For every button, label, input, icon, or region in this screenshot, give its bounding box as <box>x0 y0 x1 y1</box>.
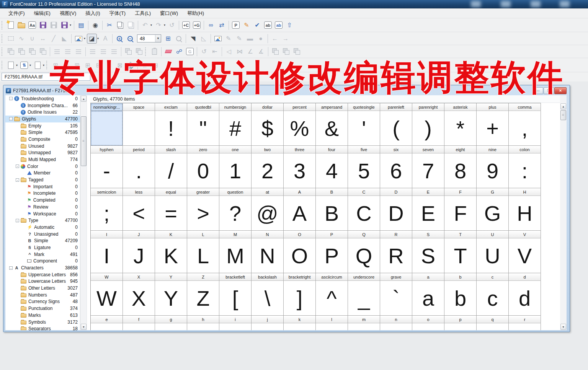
scrollbar-thumb[interactable] <box>81 116 87 166</box>
export-webfont-button[interactable]: ab <box>275 21 283 29</box>
distribute-vertical-button[interactable] <box>134 47 144 57</box>
sort-glyphs-button[interactable]: ⇅ <box>20 62 28 69</box>
align-right-button[interactable] <box>74 47 83 57</box>
sidebar-item-completed[interactable]: ⚑Completed0 <box>5 197 80 204</box>
sidebar-item-composite[interactable]: Composite0 <box>5 136 80 143</box>
character-recognition-button[interactable]: A <box>100 34 110 44</box>
glyph-cell-b[interactable]: BB <box>316 188 348 231</box>
glyph-cell-h[interactable]: hh <box>187 316 219 330</box>
glyph-cell-m[interactable]: MM <box>219 231 252 273</box>
knife-tool-button[interactable]: ╱ <box>49 34 59 44</box>
zoom-fit-button[interactable]: ⊞ <box>163 34 173 44</box>
glyph-cell-comma[interactable]: comma, <box>509 103 541 146</box>
glyph-cell-a[interactable]: aa <box>412 273 444 316</box>
glyph-cell-g[interactable]: GG <box>477 188 509 231</box>
glyph-cell-period[interactable]: period. <box>123 146 155 188</box>
sidebar-item-punctuation[interactable]: Punctuation374 <box>5 305 80 312</box>
glyph-cell-underscore[interactable]: underscore_ <box>348 273 380 316</box>
glyph-cell-z[interactable]: ZZ <box>187 273 219 316</box>
order-bring-to-front-button[interactable] <box>6 47 16 57</box>
title-bar[interactable]: F FontCreator 11.0 Professional Edition … <box>0 0 588 8</box>
glyph-cell-ampersand[interactable]: ampersand& <box>316 103 348 146</box>
glyph-cell-i[interactable]: ii <box>219 316 252 330</box>
sidebar-item-unmapped[interactable]: Unmapped9827 <box>5 150 80 156</box>
sidebar-item-ligature[interactable]: fiLigature0 <box>5 244 80 251</box>
distribute-horizontal-button[interactable] <box>123 47 133 57</box>
sidebar-item-empty[interactable]: Empty105 <box>5 122 80 129</box>
tree-expander-icon[interactable]: - <box>9 97 13 100</box>
glyph-cell-grave[interactable]: grave` <box>380 273 412 316</box>
tree-expander-icon[interactable]: - <box>16 219 19 222</box>
complete-composites-button[interactable]: ∞ <box>206 20 216 30</box>
menu-item-i[interactable]: 插入(I) <box>81 9 105 18</box>
glyph-cell-backslash[interactable]: backslash\ <box>252 273 284 316</box>
glyph-cell-v[interactable]: VV <box>509 231 541 273</box>
glyph-cell-s[interactable]: SS <box>412 231 444 273</box>
glyph-cell-u[interactable]: UU <box>477 231 509 273</box>
glyph-cell-m[interactable]: mm <box>348 316 380 330</box>
glyph-cell-exclam[interactable]: exclam! <box>155 103 187 146</box>
new-glyph-button[interactable] <box>6 60 16 70</box>
sidebar-item-glyphs[interactable]: -Glyphs47700 <box>5 116 80 122</box>
glyph-cell-numbersign[interactable]: numbersign# <box>219 103 252 146</box>
eraser-button[interactable] <box>163 47 173 57</box>
sidebar-item-unassigned[interactable]: ?Unassigned0 <box>5 231 80 238</box>
glyph-cell-quotesingle[interactable]: quotesingle' <box>348 103 380 146</box>
save-font-button[interactable] <box>38 20 48 30</box>
glyph-cell-b[interactable]: bb <box>444 273 477 316</box>
sidebar-item-incomplete[interactable]: ⚑Incomplete0 <box>5 190 80 197</box>
glyph-cell-q[interactable]: qq <box>477 316 509 330</box>
glyph-cell-four[interactable]: four4 <box>316 146 348 188</box>
glyph-cell-nine[interactable]: nine9 <box>477 146 509 188</box>
tree-expander-icon[interactable]: - <box>9 117 13 121</box>
glyph-cell-e[interactable]: ee <box>91 316 123 330</box>
sidebar-item-mark[interactable]: ^Mark491 <box>5 251 80 258</box>
glyph-cell-hyphen[interactable]: hyphen- <box>91 146 123 188</box>
glyph-cell-y[interactable]: YY <box>155 273 187 316</box>
sidebar-item-uppercase-letters[interactable]: Uppercase Letters856 <box>5 271 80 278</box>
draw-rectangle-button[interactable]: ▬ <box>245 34 255 44</box>
glyph-cell-n[interactable]: nn <box>380 316 412 330</box>
undo-button[interactable]: ↶ <box>140 20 150 30</box>
glyph-cell-bracketright[interactable]: bracketright] <box>284 273 316 316</box>
chevron-down-icon[interactable]: ▾ <box>70 23 71 27</box>
menu-item-v[interactable]: 视图(V) <box>55 9 81 18</box>
background-image-options-button[interactable] <box>74 34 83 44</box>
glyph-cell-p[interactable]: PP <box>316 231 348 273</box>
zoom-level-combo[interactable]: 48▼ <box>137 34 161 42</box>
glyph-cell-c[interactable]: cc <box>477 273 509 316</box>
align-top-button[interactable] <box>88 47 98 57</box>
glyph-cell-one[interactable]: one1 <box>219 146 252 188</box>
glyph-cell-equal[interactable]: equal= <box>155 188 187 231</box>
save-font-as-button[interactable] <box>59 20 69 30</box>
glyph-cell-w[interactable]: WW <box>91 273 123 316</box>
tree-expander-icon[interactable]: - <box>9 266 13 270</box>
exclude-contours-button[interactable] <box>292 47 302 57</box>
sidebar-item-color[interactable]: -Color0 <box>5 163 80 170</box>
sidebar-item-incomplete-chara[interactable]: !Incomplete Chara...66 <box>5 102 80 109</box>
glyph-cell-parenright[interactable]: parenright) <box>412 103 444 146</box>
insert-glyphs-button[interactable]: +G <box>193 21 201 29</box>
sidebar-item-symbols[interactable]: Symbols3172 <box>5 319 80 326</box>
scroll-down-button[interactable]: ▼ <box>81 324 87 330</box>
order-send-to-back-button[interactable] <box>38 47 48 57</box>
tree-expander-icon[interactable]: - <box>16 178 19 182</box>
sidebar-item-numbers[interactable]: Numbers487 <box>5 292 80 298</box>
glyph-cell-parenleft[interactable]: parenleft( <box>380 103 412 146</box>
nav-back-button[interactable]: ← <box>270 34 280 44</box>
sidebar-item-unused[interactable]: Unused9827 <box>5 143 80 150</box>
tree-scrollbar[interactable]: ▲ ▼ <box>80 95 87 330</box>
union-contours-button[interactable] <box>270 47 280 57</box>
insert-characters-button[interactable]: +C <box>182 21 190 29</box>
glyph-cell-t[interactable]: TT <box>444 231 477 273</box>
glyph-cell-k[interactable]: kk <box>284 316 316 330</box>
glyph-cell-r[interactable]: RR <box>380 231 412 273</box>
order-send-backward-button[interactable] <box>27 47 37 57</box>
chevron-down-icon[interactable]: ▾ <box>29 64 31 67</box>
sidebar-item-other-letters[interactable]: Other Letters3027 <box>5 285 80 292</box>
sidebar-item-review[interactable]: ⚑Review0 <box>5 204 80 210</box>
glyph-cell-g[interactable]: gg <box>155 316 187 330</box>
validate-font-button[interactable]: ✔ <box>252 20 262 30</box>
glyph-cell-colon[interactable]: colon: <box>509 146 541 188</box>
split-contours-button[interactable]: ☍ <box>174 47 184 57</box>
